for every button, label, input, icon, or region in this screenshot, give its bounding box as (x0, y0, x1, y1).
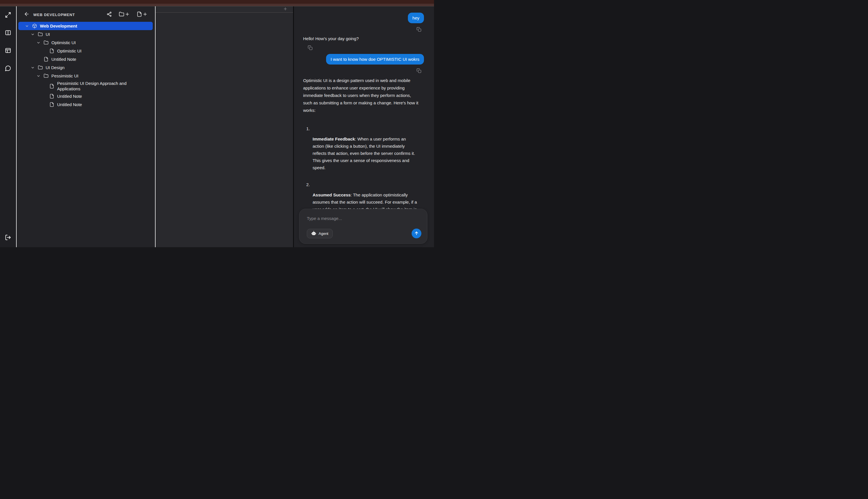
explorer-header: WEB DEVELOPMENT (17, 10, 155, 20)
title-bar-lower-band (0, 4, 434, 6)
tree-item-label: UI Design (46, 65, 64, 70)
assistant-message: Hello! How's your day going? (303, 36, 424, 41)
editor-tab-strip (156, 6, 293, 13)
copy-button[interactable] (308, 45, 312, 50)
chat-panel: hey Hello! How's your day going? I want … (294, 6, 434, 247)
arrow-left-icon (24, 11, 29, 18)
list-item-text: Assumed Success: The application optimis… (312, 191, 418, 209)
back-button[interactable] (24, 11, 30, 18)
file-icon (44, 57, 48, 62)
list-item-title: Immediate Feedback (312, 136, 355, 142)
tree-item-label: Pessimistic UI (51, 73, 78, 78)
chat-bubble-icon (5, 65, 11, 73)
chat-input-actions: Agent (307, 229, 421, 238)
split-columns-button[interactable] (4, 30, 11, 37)
user-message-row: hey (303, 13, 424, 23)
plus-icon (142, 12, 147, 18)
list-item-number: 2. (306, 181, 418, 188)
share-icon (107, 11, 112, 18)
agent-toggle-button[interactable]: Agent (307, 229, 333, 238)
tree-item-pessimistic-ui-note[interactable]: Pessimistic UI Design Approach and Appli… (19, 80, 151, 92)
folder-icon (38, 65, 43, 70)
list-item-title: Assumed Success (312, 192, 351, 197)
user-message-row: I want to know how doe OPTIMISTIC UI wok… (303, 54, 424, 64)
tree-item-pessimistic-ui-folder[interactable]: Pessimistic UI (19, 72, 153, 80)
plus-icon (124, 12, 130, 18)
expand-button[interactable] (4, 12, 11, 19)
chat-messages: hey Hello! How's your day going? I want … (294, 6, 434, 209)
title-bar-upper-band (0, 0, 434, 4)
icon-rail (0, 6, 17, 247)
workspace-title: WEB DEVELOPMENT (33, 13, 75, 17)
tree-item-label: Web Development (40, 23, 77, 29)
chevron-down-icon[interactable] (31, 66, 35, 70)
columns-icon (5, 29, 11, 37)
logout-icon (5, 234, 11, 242)
tree-item-ui[interactable]: UI (19, 30, 153, 38)
message-actions (303, 68, 424, 73)
package-icon (32, 24, 37, 28)
user-message-bubble: I want to know how doe OPTIMISTIC UI wok… (326, 54, 424, 64)
folder-icon (38, 32, 43, 37)
tree-item-label: Untitled Note (57, 102, 82, 107)
copy-button[interactable] (416, 27, 421, 32)
new-folder-button[interactable] (119, 11, 130, 18)
editor-empty-area[interactable] (156, 13, 293, 247)
chevron-down-icon[interactable] (25, 24, 29, 28)
chat-button[interactable] (4, 65, 11, 72)
tree-item-ui-design[interactable]: UI Design (19, 63, 153, 72)
tree-item-label: Untitled Note (57, 94, 82, 99)
file-icon (49, 102, 54, 107)
assistant-paragraph: Optimistic UI is a design pattern used i… (303, 77, 418, 114)
app-main: WEB DEVELOPMENT (0, 6, 434, 247)
file-icon (136, 11, 142, 18)
tree-item-untitled-note-2[interactable]: Untitled Note (19, 92, 153, 100)
copy-button[interactable] (416, 68, 421, 73)
send-button[interactable] (412, 229, 421, 238)
list-item-text: Immediate Feedback: When a user performs… (312, 135, 418, 171)
chat-input-container: Agent (299, 209, 427, 244)
file-icon (49, 84, 54, 89)
tree-item-untitled-note-3[interactable]: Untitled Note (19, 100, 153, 109)
file-tree: Web Development UI Optimistic UI Optimis… (17, 22, 155, 109)
tree-item-label: Untitled Note (51, 57, 76, 62)
layout-panels-button[interactable] (4, 48, 11, 54)
plus-icon (283, 7, 288, 12)
assistant-message-rich: Optimistic UI is a design pattern used i… (303, 77, 418, 209)
tree-item-optimistic-ui-folder[interactable]: Optimistic UI (19, 38, 153, 47)
layout-icon (5, 47, 11, 55)
folder-icon (44, 73, 48, 78)
message-input[interactable] (307, 216, 421, 221)
new-tab-button[interactable] (283, 7, 288, 12)
logout-button[interactable] (4, 234, 11, 242)
tree-item-label: Optimistic UI (57, 48, 82, 53)
new-note-button[interactable] (136, 11, 147, 18)
file-icon (49, 94, 54, 99)
file-icon (49, 48, 54, 53)
folder-icon (119, 11, 124, 18)
arrow-up-icon (414, 231, 419, 236)
tree-item-untitled-note-1[interactable]: Untitled Note (19, 55, 153, 63)
expand-icon (5, 12, 11, 19)
window-title-bar (0, 0, 434, 6)
list-item-body: : When a user performs an action (like c… (312, 136, 415, 170)
list-item-number: 1. (306, 125, 418, 133)
chevron-down-icon[interactable] (36, 41, 41, 45)
chevron-down-icon[interactable] (31, 33, 35, 36)
tree-item-web-development[interactable]: Web Development (19, 22, 153, 30)
editor-panel (156, 6, 294, 247)
agent-button-label: Agent (319, 231, 328, 236)
explorer-actions (107, 11, 147, 18)
folder-icon (44, 40, 48, 45)
share-button[interactable] (107, 11, 112, 18)
tree-item-label: UI (46, 32, 50, 37)
tree-item-label: Optimistic UI (51, 40, 76, 45)
robot-icon (311, 231, 316, 236)
explorer-panel: WEB DEVELOPMENT (17, 6, 156, 247)
user-message-bubble: hey (408, 13, 424, 23)
chevron-down-icon[interactable] (36, 74, 41, 78)
window-bottom-edge (0, 247, 434, 250)
message-actions (303, 45, 424, 50)
message-actions (303, 27, 424, 32)
tree-item-optimistic-ui-note[interactable]: Optimistic UI (19, 47, 153, 55)
